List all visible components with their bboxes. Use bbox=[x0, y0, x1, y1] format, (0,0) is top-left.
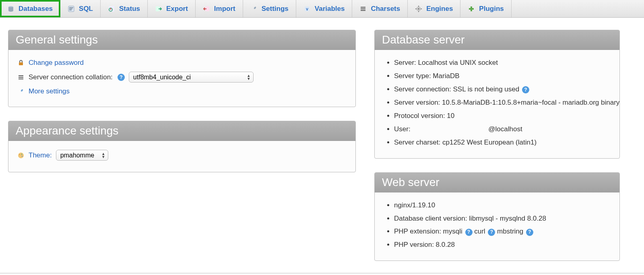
top-tab-bar: DatabasesSQLStatusExportImportSettingsvV… bbox=[0, 0, 644, 18]
tab-label: Plugins bbox=[479, 5, 504, 13]
web-server-panel: Web server nginx/1.19.10Database client … bbox=[374, 172, 620, 261]
web-server-title: Web server bbox=[375, 173, 619, 192]
tab-label: Databases bbox=[19, 5, 53, 13]
list-icon bbox=[17, 74, 25, 81]
page-body: General settings Change password Server … bbox=[0, 18, 628, 273]
svg-rect-23 bbox=[19, 79, 23, 79]
svg-point-15 bbox=[418, 8, 419, 10]
tab-label: SQL bbox=[79, 5, 93, 13]
tab-settings[interactable]: Settings bbox=[243, 0, 296, 17]
svg-point-27 bbox=[22, 155, 23, 157]
list-item: Server version: 10.5.8-MariaDB-1:10.5.8+… bbox=[394, 96, 611, 110]
svg-rect-12 bbox=[361, 8, 365, 9]
list-item: Server connection: SSL is not being used… bbox=[394, 83, 611, 96]
collation-label: Server connection collation: bbox=[29, 73, 113, 81]
svg-point-24 bbox=[18, 153, 24, 158]
tab-plugins[interactable]: Plugins bbox=[460, 0, 511, 17]
svg-rect-20 bbox=[19, 62, 23, 65]
tab-variables[interactable]: vVariables bbox=[296, 0, 353, 17]
variables-icon: v bbox=[303, 5, 311, 12]
page-divider bbox=[0, 273, 644, 273]
svg-rect-13 bbox=[361, 10, 365, 11]
list-item: User: @localhost bbox=[394, 123, 611, 136]
plugins-icon bbox=[468, 5, 475, 12]
tab-label: Settings bbox=[262, 5, 289, 13]
change-password-link[interactable]: Change password bbox=[29, 59, 84, 67]
tab-label: Variables bbox=[315, 5, 345, 13]
export-icon bbox=[155, 5, 162, 12]
palette-icon bbox=[17, 152, 25, 159]
svg-point-25 bbox=[19, 154, 21, 155]
charsets-icon bbox=[359, 5, 367, 12]
tab-label: Engines bbox=[426, 5, 453, 13]
svg-rect-21 bbox=[19, 75, 23, 76]
tab-label: Export bbox=[166, 5, 188, 13]
wrench-icon bbox=[17, 88, 25, 95]
list-item: Server type: MariaDB bbox=[394, 70, 611, 83]
list-item: Protocol version: 10 bbox=[394, 110, 611, 123]
theme-label[interactable]: Theme: bbox=[29, 151, 52, 159]
svg-rect-22 bbox=[19, 77, 23, 78]
web-server-list: nginx/1.19.10Database client version: li… bbox=[384, 199, 611, 252]
lock-icon bbox=[17, 59, 25, 66]
sql-icon bbox=[68, 5, 75, 12]
help-icon[interactable]: ? bbox=[522, 86, 529, 93]
import-icon bbox=[203, 5, 210, 12]
collation-select[interactable]: utf8mb4_unicode_ci bbox=[129, 72, 254, 83]
database-server-panel: Database server Server: Localhost via UN… bbox=[374, 30, 620, 159]
more-settings-link[interactable]: More settings bbox=[29, 87, 70, 95]
tab-sql[interactable]: SQL bbox=[60, 0, 101, 17]
list-item: Server: Localhost via UNIX socket bbox=[394, 56, 611, 70]
help-icon[interactable]: ? bbox=[488, 229, 495, 236]
general-settings-title: General settings bbox=[8, 30, 355, 50]
engines-icon bbox=[415, 5, 422, 12]
tab-status[interactable]: Status bbox=[101, 0, 148, 17]
tab-export[interactable]: Export bbox=[148, 0, 196, 17]
svg-point-26 bbox=[21, 153, 23, 155]
tab-label: Import bbox=[214, 5, 235, 13]
tab-engines[interactable]: Engines bbox=[408, 0, 460, 17]
list-item: Server charset: cp1252 West European (la… bbox=[394, 136, 611, 149]
svg-text:v: v bbox=[306, 7, 308, 11]
list-item: nginx/1.19.10 bbox=[394, 199, 611, 212]
database-server-list: Server: Localhost via UNIX socketServer … bbox=[384, 56, 611, 149]
status-icon bbox=[108, 5, 115, 12]
appearance-settings-panel: Appearance settings Theme: pmahomme ▴▾ bbox=[8, 121, 356, 172]
tab-databases[interactable]: Databases bbox=[0, 0, 60, 17]
help-icon[interactable]: ? bbox=[465, 229, 473, 236]
wrench-icon bbox=[250, 5, 258, 12]
database-icon bbox=[7, 5, 14, 12]
tab-label: Charsets bbox=[371, 5, 400, 13]
svg-rect-3 bbox=[69, 8, 72, 9]
list-item: PHP version: 8.0.28 bbox=[394, 238, 611, 252]
database-server-title: Database server bbox=[375, 30, 619, 50]
theme-select[interactable]: pmahomme bbox=[56, 150, 108, 161]
svg-rect-11 bbox=[361, 7, 365, 8]
help-icon[interactable]: ? bbox=[118, 74, 125, 81]
tab-label: Status bbox=[119, 5, 140, 13]
appearance-settings-title: Appearance settings bbox=[8, 121, 355, 141]
general-settings-panel: General settings Change password Server … bbox=[8, 30, 356, 107]
tab-charsets[interactable]: Charsets bbox=[352, 0, 408, 17]
tab-import[interactable]: Import bbox=[196, 0, 243, 17]
help-icon[interactable]: ? bbox=[526, 229, 533, 236]
list-item: PHP extension: mysqli ? curl ? mbstring … bbox=[394, 225, 611, 238]
list-item: Database client version: libmysql - mysq… bbox=[394, 212, 611, 225]
svg-rect-2 bbox=[69, 7, 73, 8]
svg-rect-4 bbox=[69, 10, 72, 10]
